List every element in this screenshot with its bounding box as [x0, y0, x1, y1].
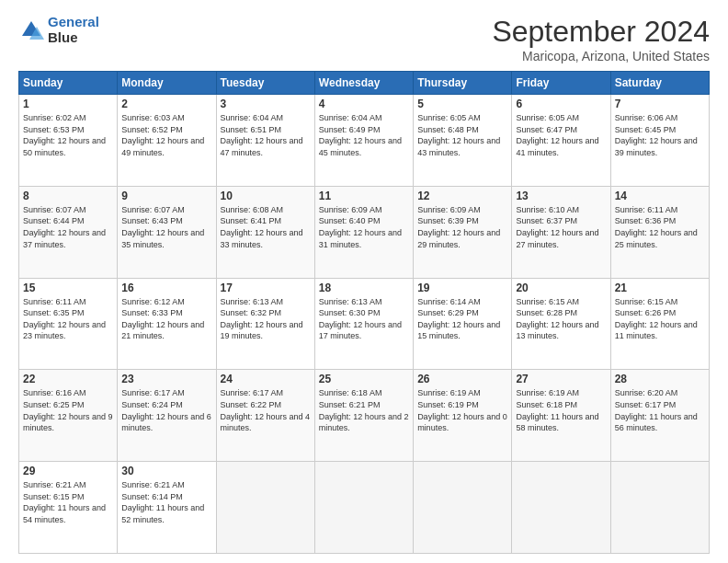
day-info: Sunrise: 6:13 AMSunset: 6:30 PMDaylight:… [319, 296, 409, 342]
calendar-day-header: Wednesday [314, 72, 413, 95]
day-info: Sunrise: 6:05 AMSunset: 6:47 PMDaylight:… [516, 112, 606, 158]
day-info: Sunrise: 6:10 AMSunset: 6:37 PMDaylight:… [516, 204, 606, 250]
calendar-cell: 11Sunrise: 6:09 AMSunset: 6:40 PMDayligh… [314, 186, 413, 278]
calendar-header-row: SundayMondayTuesdayWednesdayThursdayFrid… [19, 72, 710, 95]
day-number: 14 [615, 190, 705, 202]
day-number: 23 [121, 373, 211, 385]
calendar-cell: 25Sunrise: 6:18 AMSunset: 6:21 PMDayligh… [314, 370, 413, 462]
logo-text: General Blue [48, 15, 99, 45]
calendar-week-row: 22Sunrise: 6:16 AMSunset: 6:25 PMDayligh… [19, 370, 710, 462]
day-info: Sunrise: 6:15 AMSunset: 6:28 PMDaylight:… [516, 296, 606, 342]
calendar-cell: 29Sunrise: 6:21 AMSunset: 6:15 PMDayligh… [19, 462, 118, 554]
calendar-week-row: 15Sunrise: 6:11 AMSunset: 6:35 PMDayligh… [19, 278, 710, 370]
day-info: Sunrise: 6:20 AMSunset: 6:17 PMDaylight:… [615, 387, 705, 433]
day-info: Sunrise: 6:02 AMSunset: 6:53 PMDaylight:… [23, 112, 113, 158]
calendar-week-row: 29Sunrise: 6:21 AMSunset: 6:15 PMDayligh… [19, 462, 710, 554]
calendar-day-header: Friday [512, 72, 610, 95]
calendar-cell: 9Sunrise: 6:07 AMSunset: 6:43 PMDaylight… [118, 186, 216, 278]
day-info: Sunrise: 6:11 AMSunset: 6:35 PMDaylight:… [23, 296, 113, 342]
day-info: Sunrise: 6:05 AMSunset: 6:48 PMDaylight:… [417, 112, 507, 158]
day-number: 25 [319, 373, 409, 385]
calendar-cell: 16Sunrise: 6:12 AMSunset: 6:33 PMDayligh… [118, 278, 216, 370]
day-info: Sunrise: 6:13 AMSunset: 6:32 PMDaylight:… [221, 296, 311, 342]
day-number: 9 [121, 190, 211, 202]
day-number: 18 [319, 282, 409, 294]
day-info: Sunrise: 6:14 AMSunset: 6:29 PMDaylight:… [417, 296, 507, 342]
day-info: Sunrise: 6:07 AMSunset: 6:43 PMDaylight:… [121, 204, 211, 250]
logo-line2: Blue [48, 30, 99, 46]
calendar-cell: 21Sunrise: 6:15 AMSunset: 6:26 PMDayligh… [610, 278, 709, 370]
calendar-cell: 23Sunrise: 6:17 AMSunset: 6:24 PMDayligh… [118, 370, 216, 462]
calendar-cell [216, 462, 314, 554]
calendar-cell [512, 462, 610, 554]
day-info: Sunrise: 6:09 AMSunset: 6:39 PMDaylight:… [417, 204, 507, 250]
header: General Blue September 2024 Maricopa, Ar… [18, 15, 710, 63]
day-number: 20 [516, 282, 606, 294]
subtitle: Maricopa, Arizona, United States [492, 49, 710, 63]
day-info: Sunrise: 6:18 AMSunset: 6:21 PMDaylight:… [319, 387, 409, 433]
day-number: 11 [319, 190, 409, 202]
calendar-week-row: 1Sunrise: 6:02 AMSunset: 6:53 PMDaylight… [19, 95, 710, 187]
day-number: 13 [516, 190, 606, 202]
calendar-cell: 5Sunrise: 6:05 AMSunset: 6:48 PMDaylight… [414, 95, 512, 187]
day-info: Sunrise: 6:03 AMSunset: 6:52 PMDaylight:… [121, 112, 211, 158]
calendar-cell: 19Sunrise: 6:14 AMSunset: 6:29 PMDayligh… [414, 278, 512, 370]
calendar-cell: 22Sunrise: 6:16 AMSunset: 6:25 PMDayligh… [19, 370, 118, 462]
title-block: September 2024 Maricopa, Arizona, United… [492, 15, 710, 63]
logo: General Blue [18, 15, 99, 45]
page: General Blue September 2024 Maricopa, Ar… [0, 0, 728, 563]
calendar-cell: 27Sunrise: 6:19 AMSunset: 6:18 PMDayligh… [512, 370, 610, 462]
day-number: 26 [417, 373, 507, 385]
day-number: 16 [121, 282, 211, 294]
calendar-cell: 30Sunrise: 6:21 AMSunset: 6:14 PMDayligh… [118, 462, 216, 554]
calendar-cell [414, 462, 512, 554]
calendar-cell: 20Sunrise: 6:15 AMSunset: 6:28 PMDayligh… [512, 278, 610, 370]
calendar-cell [610, 462, 709, 554]
calendar-week-row: 8Sunrise: 6:07 AMSunset: 6:44 PMDaylight… [19, 186, 710, 278]
day-info: Sunrise: 6:19 AMSunset: 6:19 PMDaylight:… [417, 387, 507, 433]
day-info: Sunrise: 6:15 AMSunset: 6:26 PMDaylight:… [615, 296, 705, 342]
calendar-cell: 7Sunrise: 6:06 AMSunset: 6:45 PMDaylight… [610, 95, 709, 187]
day-number: 6 [516, 98, 606, 110]
day-number: 12 [417, 190, 507, 202]
day-info: Sunrise: 6:04 AMSunset: 6:51 PMDaylight:… [221, 112, 311, 158]
day-number: 1 [23, 98, 113, 110]
day-number: 19 [417, 282, 507, 294]
day-number: 5 [417, 98, 507, 110]
day-number: 28 [615, 373, 705, 385]
day-info: Sunrise: 6:09 AMSunset: 6:40 PMDaylight:… [319, 204, 409, 250]
day-number: 3 [221, 98, 311, 110]
calendar-table: SundayMondayTuesdayWednesdayThursdayFrid… [18, 71, 710, 554]
calendar-day-header: Thursday [414, 72, 512, 95]
day-number: 10 [221, 190, 311, 202]
day-info: Sunrise: 6:11 AMSunset: 6:36 PMDaylight:… [615, 204, 705, 250]
calendar-cell [314, 462, 413, 554]
day-number: 8 [23, 190, 113, 202]
calendar-cell: 10Sunrise: 6:08 AMSunset: 6:41 PMDayligh… [216, 186, 314, 278]
day-number: 17 [221, 282, 311, 294]
calendar-cell: 13Sunrise: 6:10 AMSunset: 6:37 PMDayligh… [512, 186, 610, 278]
day-info: Sunrise: 6:12 AMSunset: 6:33 PMDaylight:… [121, 296, 211, 342]
day-info: Sunrise: 6:21 AMSunset: 6:15 PMDaylight:… [23, 479, 113, 525]
day-number: 29 [23, 465, 113, 477]
day-info: Sunrise: 6:21 AMSunset: 6:14 PMDaylight:… [121, 479, 211, 525]
day-number: 21 [615, 282, 705, 294]
day-info: Sunrise: 6:17 AMSunset: 6:22 PMDaylight:… [221, 387, 311, 433]
day-number: 24 [221, 373, 311, 385]
calendar-cell: 12Sunrise: 6:09 AMSunset: 6:39 PMDayligh… [414, 186, 512, 278]
calendar-cell: 24Sunrise: 6:17 AMSunset: 6:22 PMDayligh… [216, 370, 314, 462]
calendar-day-header: Saturday [610, 72, 709, 95]
calendar-cell: 17Sunrise: 6:13 AMSunset: 6:32 PMDayligh… [216, 278, 314, 370]
day-info: Sunrise: 6:07 AMSunset: 6:44 PMDaylight:… [23, 204, 113, 250]
logo-line1: General [48, 14, 99, 29]
day-info: Sunrise: 6:04 AMSunset: 6:49 PMDaylight:… [319, 112, 409, 158]
day-number: 2 [121, 98, 211, 110]
day-number: 22 [23, 373, 113, 385]
calendar-day-header: Tuesday [216, 72, 314, 95]
calendar-day-header: Sunday [19, 72, 118, 95]
day-info: Sunrise: 6:19 AMSunset: 6:18 PMDaylight:… [516, 387, 606, 433]
calendar-cell: 2Sunrise: 6:03 AMSunset: 6:52 PMDaylight… [118, 95, 216, 187]
logo-icon [18, 17, 44, 43]
day-number: 4 [319, 98, 409, 110]
day-info: Sunrise: 6:17 AMSunset: 6:24 PMDaylight:… [121, 387, 211, 433]
